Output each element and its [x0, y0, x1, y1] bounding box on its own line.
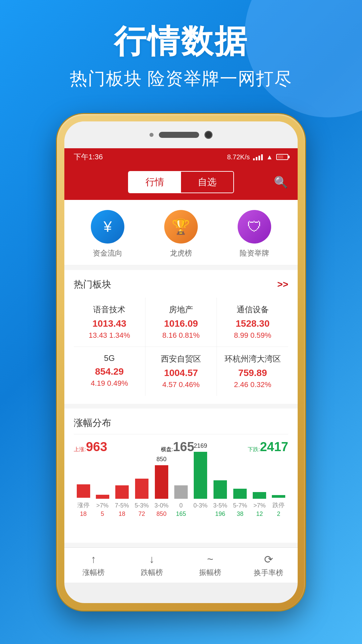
up-label: 上涨: — [74, 446, 86, 452]
page-title: 行情数据 — [0, 20, 362, 64]
bottom-tab-fall-list[interactable]: ↓ 跌幅榜 — [123, 548, 181, 583]
sector-change: 4.19 0.49% — [79, 379, 140, 388]
bar-rect — [135, 479, 148, 499]
bar-rect — [194, 452, 207, 499]
signal-bar-2 — [256, 157, 257, 160]
sector-cell[interactable]: 5G 854.29 4.19 0.49% — [74, 347, 145, 396]
flat-label: 横盘: — [161, 446, 173, 452]
tiger-list-label: 龙虎榜 — [170, 248, 192, 258]
bottom-tab-icon: ↓ — [149, 553, 155, 566]
sector-price: 1004.57 — [151, 368, 212, 378]
sector-cell[interactable]: 西安自贸区 1004.57 4.57 0.46% — [145, 347, 217, 396]
hot-sectors-section: 热门板块 >> 语音技术 1013.43 13.43 1.34% 房地产 101… — [64, 270, 298, 404]
status-right: 8.72K/s ▲ — [227, 153, 288, 161]
bar-xlabel: 5-3% — [135, 502, 149, 509]
sector-price: 854.29 — [79, 366, 140, 377]
signal-bar-3 — [258, 156, 260, 160]
bar-count: 850 — [157, 511, 167, 518]
bar-xlabel: 5-7% — [233, 502, 247, 509]
battery-icon — [276, 154, 288, 160]
search-button[interactable]: 🔍 — [272, 173, 290, 191]
sector-cell[interactable]: 语音技术 1013.43 13.43 1.34% — [74, 298, 145, 346]
speaker-bar — [159, 132, 199, 138]
bar-rect — [96, 495, 109, 499]
distribution-title: 涨幅分布 — [74, 417, 288, 434]
bar-rect — [115, 485, 129, 499]
sector-price: 1528.30 — [222, 318, 283, 329]
phone-screen: 下午1:36 8.72K/s ▲ 行情 自选 — [64, 121, 298, 603]
camera-dot — [204, 131, 213, 139]
bar-column: 涨停 18 — [77, 475, 90, 518]
network-speed: 8.72K/s — [227, 153, 250, 161]
bottom-tab-amplitude-list[interactable]: ~ 振幅榜 — [181, 548, 239, 583]
sector-price: 1016.09 — [151, 318, 212, 329]
bar-count: 18 — [80, 511, 87, 518]
capital-flow-icon: ¥ — [91, 210, 124, 244]
bottom-tab-icon: ~ — [207, 553, 214, 566]
bar-column: >7% 12 — [253, 483, 266, 518]
bottom-tab-rise-list[interactable]: ↑ 涨幅榜 — [64, 548, 123, 583]
distribution-section: 涨幅分布 上涨:963 横盘:165 下跌:2417 涨停 18 — [64, 409, 298, 543]
app-header: 行情 自选 🔍 — [64, 166, 298, 200]
sector-cell[interactable]: 房地产 1016.09 8.16 0.81% — [145, 298, 217, 346]
bar-rect — [233, 489, 247, 499]
bottom-tab-label: 振幅榜 — [199, 568, 221, 578]
icon-item-insurance[interactable]: 🛡 险资举牌 — [238, 210, 271, 258]
tiger-list-icon: 🏆 — [164, 210, 198, 244]
bar-column: 0 165 — [174, 476, 188, 518]
bar-xlabel: 0-3% — [193, 502, 207, 509]
signal-bar-4 — [261, 154, 263, 160]
bottom-tab-icon: ⟳ — [264, 553, 273, 566]
search-icon: 🔍 — [274, 175, 288, 189]
bar-rect — [155, 465, 168, 499]
icon-item-capital[interactable]: ¥ 资金流向 — [91, 210, 124, 258]
capital-flow-symbol: ¥ — [104, 218, 112, 235]
phone-mockup: 下午1:36 8.72K/s ▲ 行情 自选 — [57, 114, 305, 610]
bottom-tab-label: 涨幅榜 — [82, 568, 105, 578]
bar-column: 跌停 2 — [272, 486, 285, 518]
bar-rect — [174, 485, 188, 499]
bar-xlabel: 7-5% — [115, 502, 129, 509]
sector-price: 759.89 — [222, 368, 283, 378]
tab-group: 行情 自选 — [128, 171, 234, 193]
battery-fill — [278, 155, 283, 159]
bar-count: 18 — [119, 511, 125, 518]
tab-market[interactable]: 行情 — [129, 172, 181, 193]
bar-count: 12 — [256, 511, 263, 518]
insurance-symbol: 🛡 — [247, 218, 262, 235]
sector-name: 房地产 — [151, 304, 212, 315]
distribution-stats: 上涨:963 横盘:165 下跌:2417 — [74, 440, 288, 454]
sector-cell[interactable]: 通信设备 1528.30 8.99 0.59% — [217, 298, 288, 346]
sector-name: 5G — [79, 354, 140, 363]
bar-column: 5-7% 38 — [233, 479, 247, 518]
bar-column: 7-5% 18 — [115, 476, 129, 518]
tab-watchlist[interactable]: 自选 — [181, 172, 233, 193]
insurance-icon: 🛡 — [238, 210, 271, 244]
icon-item-tiger[interactable]: 🏆 龙虎榜 — [164, 210, 198, 258]
capital-flow-label: 资金流向 — [93, 248, 122, 258]
up-count: 963 — [86, 440, 107, 454]
sector-change: 8.16 0.81% — [151, 331, 212, 340]
bottom-tab-turnover-list[interactable]: ⟳ 换手率榜 — [239, 548, 298, 583]
wifi-icon: ▲ — [266, 153, 273, 161]
flat-stat: 横盘:165 — [161, 440, 194, 454]
status-bar: 下午1:36 8.72K/s ▲ — [64, 148, 298, 166]
bar-xlabel: 3-0% — [155, 502, 169, 509]
bar-top-value: 850 — [157, 456, 167, 464]
bar-rect — [214, 480, 227, 499]
header-area: 行情数据 热门板块 险资举牌一网打尽 — [0, 20, 362, 91]
sector-change: 13.43 1.34% — [79, 331, 140, 340]
bar-chart: 涨停 18 >7% 5 7-5% 18 5-3% 72 850 3-0% 850… — [74, 461, 288, 535]
bar-rect — [77, 484, 90, 498]
icon-row: ¥ 资金流向 🏆 龙虎榜 🛡 险资举牌 — [64, 200, 298, 265]
signal-bars — [253, 154, 263, 160]
more-sectors-button[interactable]: >> — [277, 279, 288, 290]
speaker-dot — [149, 133, 154, 137]
bar-xlabel: 0 — [179, 502, 183, 509]
bar-column: 5-3% 72 — [135, 469, 149, 518]
sector-name: 语音技术 — [79, 304, 140, 315]
sector-cell[interactable]: 环杭州湾大湾区 759.89 2.46 0.32% — [217, 347, 288, 396]
sector-name: 环杭州湾大湾区 — [222, 354, 283, 364]
down-label: 下跌: — [248, 446, 260, 452]
bar-rect — [272, 495, 285, 498]
